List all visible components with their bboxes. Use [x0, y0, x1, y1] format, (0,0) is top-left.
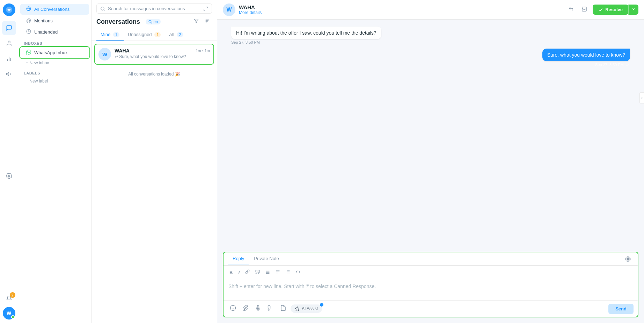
file-btn[interactable] — [278, 303, 288, 314]
reply-input[interactable]: Shift + enter for new line. Start with '… — [224, 279, 638, 300]
ai-assist-btn[interactable]: AI Assist — [291, 304, 322, 313]
conv-avatar: W — [98, 48, 111, 60]
message-time-outgoing: Sep 27, 3:50 PM — [542, 62, 630, 67]
toolbar-list[interactable] — [284, 268, 292, 276]
conv-name-row: WAHA 1m • 1m — [115, 48, 210, 53]
reply-settings-btn[interactable] — [622, 252, 634, 265]
attach-btn[interactable] — [240, 303, 251, 314]
conv-tabs: Mine 1 Unassigned 1 All 2 — [96, 29, 212, 41]
reply-back-btn[interactable] — [566, 5, 576, 15]
toolbar-italic[interactable]: I — [236, 269, 241, 276]
all-conversations-icon — [26, 6, 31, 12]
toolbar-quote[interactable] — [254, 268, 262, 276]
reply-area: Reply Private Note B I — [223, 252, 638, 317]
nav-conversations[interactable] — [2, 21, 16, 35]
sidebar-item-mentions[interactable]: @ Mentions — [20, 15, 89, 26]
conv-loaded-text: All conversations loaded 🎉 — [94, 66, 214, 82]
chat-more-details[interactable]: More details — [239, 10, 563, 15]
chat-contact-avatar: W — [223, 3, 235, 16]
online-status-indicator — [11, 315, 15, 319]
conv-item-info: WAHA 1m • 1m ↩ Sure, what you would love… — [115, 48, 210, 59]
message-time-incoming: Sep 27, 3:50 PM — [231, 40, 381, 44]
icon-nav-bottom: 2 W — [2, 292, 16, 323]
conv-list-body: W WAHA 1m • 1m ↩ Sure, what you would lo… — [92, 41, 217, 323]
ai-assist-label: AI Assist — [302, 306, 318, 311]
chat-header-info: WAHA More details — [239, 4, 563, 15]
message-incoming: Hi! I'm writing about the offer I saw, c… — [231, 27, 381, 44]
audio-btn[interactable] — [253, 303, 263, 314]
nav-settings[interactable] — [2, 169, 16, 183]
svg-point-18 — [627, 258, 629, 260]
filter-btn[interactable] — [192, 17, 201, 26]
user-avatar[interactable]: W — [3, 307, 15, 320]
search-placeholder: Search for messages in conversations — [108, 6, 185, 11]
svg-point-6 — [8, 175, 10, 177]
message-outgoing: Sure, what you would love to know? Sep 2… — [542, 49, 630, 67]
quote-btn[interactable] — [265, 303, 276, 314]
chat-contact-name: WAHA — [239, 4, 563, 10]
read-check-icon — [625, 62, 630, 67]
labels-section-title: Labels — [18, 67, 91, 77]
chat-header: W WAHA More details R — [217, 0, 644, 20]
tab-unassigned[interactable]: Unassigned 1 — [124, 29, 165, 41]
app-logo[interactable] — [3, 3, 15, 16]
svg-marker-12 — [194, 19, 198, 23]
conv-list-header: Search for messages in conversations Con… — [92, 0, 217, 41]
send-btn[interactable]: Send — [608, 304, 634, 314]
toolbar-bold[interactable]: B — [228, 269, 234, 276]
toolbar-align[interactable] — [274, 268, 282, 276]
tab-all[interactable]: All 2 — [165, 29, 187, 41]
search-bar[interactable]: Search for messages in conversations — [96, 3, 212, 14]
reply-footer-icons: AI Assist — [228, 303, 322, 314]
chat-area: W WAHA More details R — [217, 0, 644, 323]
sidebar: All Conversations @ Mentions Unattended … — [18, 0, 92, 323]
conv-status-badge: Open — [146, 19, 161, 24]
nav-notifications[interactable]: 2 — [2, 292, 16, 306]
notification-badge: 2 — [10, 292, 15, 298]
send-email-btn[interactable] — [579, 5, 589, 15]
resolve-group: Resolve — [593, 5, 638, 15]
conv-list-title: Conversations — [96, 18, 140, 26]
sidebar-item-whatsapp[interactable]: WhatsApp Inbox — [20, 47, 89, 58]
whatsapp-inbox-label: WhatsApp Inbox — [34, 50, 67, 55]
chat-messages: Hi! I'm writing about the offer I saw, c… — [217, 20, 644, 248]
nav-contacts[interactable] — [2, 36, 16, 50]
reply-footer: AI Assist Send — [224, 300, 638, 317]
svg-line-11 — [104, 9, 105, 10]
nav-reports[interactable] — [2, 52, 16, 66]
mentions-label: Mentions — [34, 18, 53, 23]
new-label-btn[interactable]: + New label — [20, 77, 89, 85]
conv-time: 1m • 1m — [196, 49, 210, 53]
unattended-icon — [26, 29, 31, 35]
tab-mine[interactable]: Mine 1 — [96, 29, 124, 41]
resolve-btn[interactable]: Resolve — [593, 5, 628, 15]
svg-point-1 — [8, 41, 10, 43]
icon-navigation: 2 W — [0, 0, 18, 323]
message-text-outgoing: Sure, what you would love to know? — [542, 49, 630, 61]
chat-header-actions: Resolve — [566, 5, 638, 15]
toolbar-link[interactable] — [243, 268, 251, 276]
emoji-btn[interactable] — [228, 303, 238, 314]
conversation-item[interactable]: W WAHA 1m • 1m ↩ Sure, what you would lo… — [94, 44, 214, 65]
conv-title-row: Conversations Open — [96, 17, 212, 26]
expand-icon — [203, 6, 208, 11]
resolve-dropdown-btn[interactable] — [628, 5, 638, 15]
reply-tab-reply[interactable]: Reply — [228, 252, 249, 265]
ai-badge — [320, 303, 323, 307]
toolbar-code[interactable] — [294, 268, 302, 276]
nav-campaigns[interactable] — [2, 67, 16, 81]
sidebar-collapse-btn[interactable]: ‹ — [639, 92, 644, 103]
message-text-incoming: Hi! I'm writing about the offer I saw, c… — [231, 27, 381, 39]
svg-point-28 — [230, 306, 236, 311]
reply-tab-note[interactable]: Private Note — [249, 252, 284, 265]
search-icon — [100, 6, 105, 11]
mentions-icon: @ — [26, 18, 31, 23]
sidebar-item-all-conversations[interactable]: All Conversations — [20, 4, 89, 15]
sort-btn[interactable] — [203, 17, 212, 26]
toolbar-unquote[interactable] — [264, 268, 272, 276]
conv-preview: ↩ Sure, what you would love to know? — [115, 54, 210, 59]
new-inbox-btn[interactable]: + New inbox — [20, 59, 89, 67]
svg-point-10 — [101, 7, 104, 10]
reply-placeholder: Shift + enter for new line. Start with '… — [228, 283, 376, 289]
sidebar-item-unattended[interactable]: Unattended — [20, 27, 89, 37]
